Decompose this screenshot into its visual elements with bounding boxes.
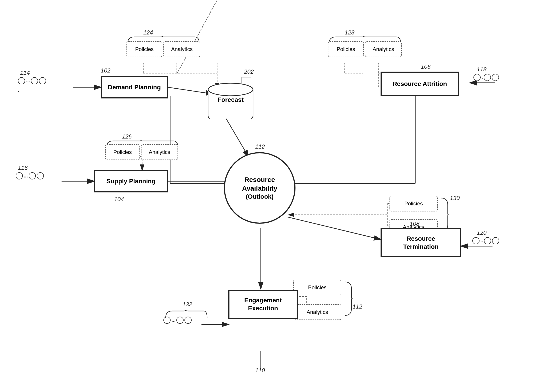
analytics-box-124: Analytics xyxy=(164,41,200,57)
resource-group-116: ... xyxy=(16,172,44,179)
analytics-box-112: Analytics xyxy=(293,304,341,320)
label-130: 130 xyxy=(450,195,460,202)
label-120: 120 xyxy=(477,229,486,236)
resource-attrition-box: Resource Attrition xyxy=(381,72,459,96)
resource-group-118: . xyxy=(473,74,499,81)
resource-group-120: .. xyxy=(472,237,499,244)
res-circle xyxy=(492,74,499,81)
res-dots: .. xyxy=(480,238,483,244)
res-dots: ... xyxy=(26,78,30,84)
label-102: 102 xyxy=(101,67,110,74)
policies-box-130: Policies xyxy=(390,196,438,211)
supply-planning-box: Supply Planning xyxy=(94,170,168,192)
brace-132 xyxy=(164,309,208,319)
label-110: 110 xyxy=(255,367,265,374)
label-118: 118 xyxy=(477,66,486,73)
policies-box-126: Policies xyxy=(105,144,140,160)
brace-112 xyxy=(342,280,354,318)
label-202: 202 xyxy=(244,68,254,75)
diagram: ... .. 114 Demand Planning 102 124 Polic… xyxy=(0,0,548,392)
label-104: 104 xyxy=(114,196,124,203)
policies-label-126: Policies xyxy=(113,149,132,155)
svg-line-9 xyxy=(226,119,249,157)
analytics-label-124: Analytics xyxy=(171,46,192,52)
dots-114: .. xyxy=(18,87,21,93)
res-dots: ... xyxy=(24,173,28,179)
policies-label-128: Policies xyxy=(337,46,355,52)
resource-availability-label: Resource Availability (Outlook) xyxy=(242,175,277,201)
policies-box-112: Policies xyxy=(293,280,341,295)
res-circle xyxy=(492,237,499,244)
res-circle xyxy=(37,172,44,179)
supply-planning-label: Supply Planning xyxy=(106,177,155,185)
res-circle xyxy=(473,74,481,81)
resource-attrition-label: Resource Attrition xyxy=(392,80,447,88)
label-106: 106 xyxy=(421,63,430,70)
label-112-bottom: 112 xyxy=(353,303,362,310)
analytics-label-128: Analytics xyxy=(372,46,394,52)
analytics-label-126: Analytics xyxy=(149,149,170,155)
res-dots: . xyxy=(482,75,483,80)
label-114: 114 xyxy=(20,69,30,76)
policies-label-124: Policies xyxy=(135,46,154,52)
policies-label-112: Policies xyxy=(308,284,327,291)
policies-box-124: Policies xyxy=(127,41,162,57)
engagement-execution-box: EngagementExecution xyxy=(228,290,298,319)
demand-planning-label: Demand Planning xyxy=(108,83,161,91)
policies-label-130: Policies xyxy=(404,201,423,207)
svg-point-49 xyxy=(208,83,253,96)
res-circle xyxy=(18,77,25,84)
analytics-label-112: Analytics xyxy=(306,309,328,315)
resource-group-114: ... xyxy=(18,77,46,84)
label-112-top: 112 xyxy=(255,143,265,150)
label-132: 132 xyxy=(182,301,192,308)
res-circle xyxy=(29,172,36,179)
resource-termination-box: ResourceTermination xyxy=(381,228,461,257)
forecast-label: Forecast xyxy=(206,96,255,103)
policies-box-128: Policies xyxy=(328,41,364,57)
engagement-execution-label: EngagementExecution xyxy=(244,296,282,313)
res-circle xyxy=(39,77,46,84)
svg-line-33 xyxy=(288,217,381,239)
res-circle xyxy=(472,237,479,244)
res-circle xyxy=(16,172,23,179)
res-circle xyxy=(484,237,491,244)
analytics-box-128: Analytics xyxy=(365,41,402,57)
resource-termination-label: ResourceTermination xyxy=(403,235,439,251)
analytics-box-126: Analytics xyxy=(141,144,178,160)
demand-planning-box: Demand Planning xyxy=(101,76,168,98)
label-108: 108 xyxy=(410,220,419,227)
label-116: 116 xyxy=(18,164,28,171)
resource-availability-circle: Resource Availability (Outlook) xyxy=(224,152,295,224)
res-circle xyxy=(484,74,491,81)
res-circle xyxy=(31,77,38,84)
